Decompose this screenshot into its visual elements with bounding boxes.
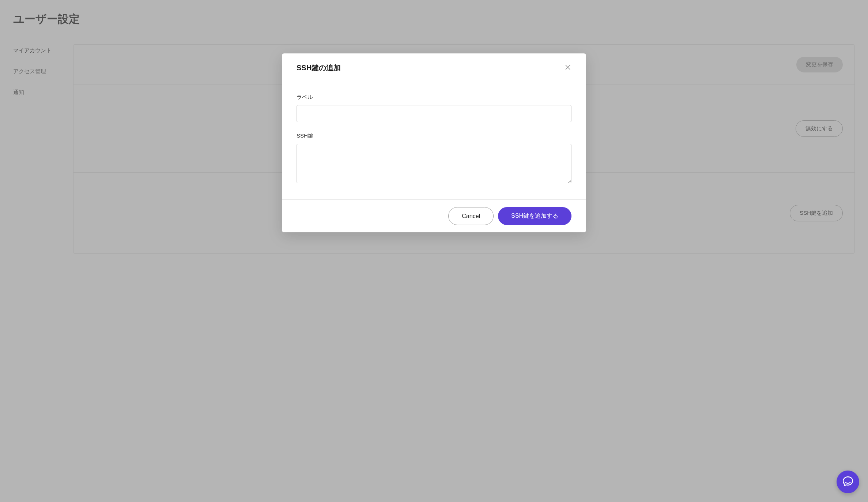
submit-add-ssh-key-button[interactable]: SSH鍵を追加する — [498, 207, 571, 225]
modal-body: ラベル SSH鍵 — [282, 81, 586, 199]
chat-widget-button[interactable] — [837, 471, 859, 493]
add-ssh-key-modal: SSH鍵の追加 ラベル SSH鍵 Cance — [282, 53, 586, 232]
close-icon — [565, 65, 570, 71]
sshkey-textarea[interactable] — [297, 144, 571, 183]
chat-icon — [842, 476, 853, 488]
modal-title: SSH鍵の追加 — [297, 63, 341, 73]
label-input[interactable] — [297, 105, 571, 122]
modal-footer: Cancel SSH鍵を追加する — [282, 199, 586, 232]
form-group-label: ラベル — [297, 94, 571, 122]
form-group-sshkey: SSH鍵 — [297, 132, 571, 185]
modal-header: SSH鍵の追加 — [282, 53, 586, 81]
cancel-button[interactable]: Cancel — [448, 207, 494, 225]
label-field-label: ラベル — [297, 94, 571, 101]
modal-close-button[interactable] — [564, 64, 571, 72]
sshkey-field-label: SSH鍵 — [297, 132, 571, 139]
modal-overlay[interactable]: SSH鍵の追加 ラベル SSH鍵 Cance — [0, 0, 868, 502]
